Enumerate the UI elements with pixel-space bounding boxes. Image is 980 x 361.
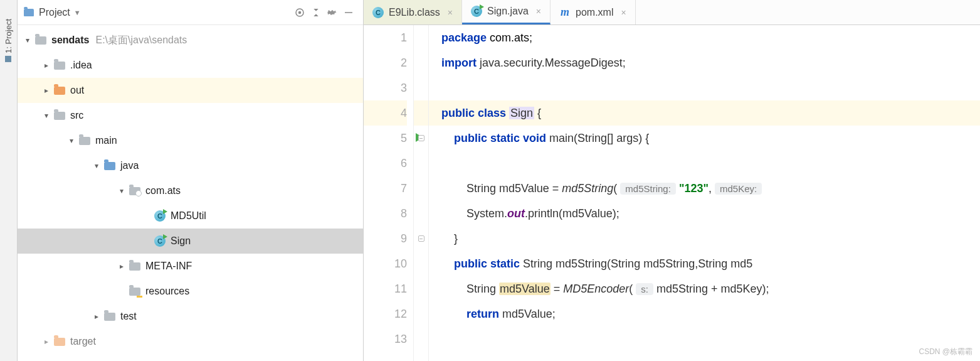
chevron-down-icon[interactable]: ▾ [65, 136, 78, 145]
line-number[interactable]: 12 [364, 301, 407, 326]
chevron-right-icon[interactable]: ▸ [40, 337, 53, 346]
tree-label: sendats [51, 35, 89, 46]
tree-item-out[interactable]: ▸ out [18, 78, 363, 103]
parameter-hint: md5String: [620, 183, 676, 195]
line-number[interactable]: 3 [364, 75, 407, 100]
tree-label: Sign [171, 235, 191, 247]
gear-icon[interactable] [324, 4, 340, 21]
tree-item-resources[interactable]: ▸ resources [18, 279, 363, 304]
line-number[interactable]: 8 [364, 201, 407, 226]
tab-label: pom.xml [576, 7, 613, 18]
tree-item-metainf[interactable]: ▸ META-INF [18, 254, 363, 279]
project-tool-window-button[interactable]: 1: Project [4, 19, 13, 62]
tree-label: main [95, 135, 117, 146]
parameter-hint: s: [636, 283, 653, 295]
line-number[interactable]: 9 [364, 226, 407, 251]
code-content[interactable]: package com.ats; import java.security.Me… [429, 25, 980, 361]
chevron-right-icon[interactable]: ▸ [115, 262, 128, 271]
package-icon [129, 187, 140, 195]
tree-label: MD5Util [171, 210, 206, 222]
folder-icon [129, 262, 140, 271]
chevron-down-icon[interactable]: ▼ [74, 9, 81, 16]
chevron-right-icon[interactable]: ▸ [40, 86, 53, 95]
excluded-folder-icon [54, 87, 65, 95]
tab-label: Sign.java [487, 6, 529, 17]
close-icon[interactable]: × [448, 8, 453, 18]
folder-icon [54, 62, 65, 70]
tree-label: com.ats [145, 185, 181, 197]
line-number[interactable]: 6 [364, 151, 407, 176]
line-number[interactable]: 10 [364, 251, 407, 276]
line-number[interactable]: 5 [364, 126, 407, 151]
project-panel-header: Project ▼ [18, 0, 363, 25]
tree-item-md5util[interactable]: ▸ C MD5Util [18, 203, 363, 229]
chevron-right-icon[interactable]: ▸ [90, 312, 103, 321]
project-stripe-icon [6, 56, 12, 62]
parameter-hint: md5Key: [715, 183, 762, 195]
line-number[interactable]: 2 [364, 50, 407, 75]
tree-root[interactable]: ▾ sendats E:\桌面\java\sendats [18, 28, 363, 53]
tree-label: out [70, 85, 84, 96]
editor-area: C E9Lib.class × C Sign.java × m pom.xml … [364, 0, 980, 361]
resources-folder-icon [129, 288, 140, 296]
module-folder-icon [35, 36, 46, 45]
tree-label: target [70, 336, 96, 347]
tree-item-package[interactable]: ▾ com.ats [18, 178, 363, 203]
tree-label: META-INF [145, 261, 192, 272]
folder-icon [104, 313, 115, 321]
expand-all-icon[interactable] [308, 4, 324, 21]
tree-item-sign[interactable]: ▸ C Sign [18, 229, 363, 254]
project-panel: Project ▼ ▾ sendats E:\桌面\java\sendats ▸… [18, 0, 364, 361]
chevron-down-icon[interactable]: ▾ [21, 36, 34, 45]
excluded-folder-icon [54, 338, 65, 346]
class-locked-icon: C [372, 7, 384, 18]
editor-tabs: C E9Lib.class × C Sign.java × m pom.xml … [364, 0, 980, 25]
line-number-gutter[interactable]: 1 2 3 4 5 6 7 8 9 10 11 12 13 [364, 25, 414, 361]
close-icon[interactable]: × [621, 8, 626, 18]
line-number[interactable]: 1 [364, 25, 407, 50]
locate-icon[interactable] [292, 4, 308, 21]
tree-item-target[interactable]: ▸ target [18, 329, 363, 354]
tab-e9lib[interactable]: C E9Lib.class × [364, 0, 462, 24]
line-number[interactable]: 13 [364, 326, 407, 352]
project-tree[interactable]: ▾ sendats E:\桌面\java\sendats ▸ .idea ▸ o… [18, 25, 363, 361]
tree-item-java[interactable]: ▾ java [18, 153, 363, 178]
svg-point-1 [299, 11, 301, 13]
chevron-down-icon[interactable]: ▾ [40, 111, 53, 120]
class-run-icon: C [471, 6, 482, 17]
tree-item-test[interactable]: ▸ test [18, 304, 363, 329]
chevron-down-icon[interactable]: ▾ [90, 161, 103, 170]
fold-toggle-icon[interactable]: – [418, 235, 424, 242]
watermark: CSDN @栋霸霸 [919, 347, 972, 357]
tree-item-src[interactable]: ▾ src [18, 103, 363, 128]
fold-toggle-icon[interactable]: – [418, 135, 424, 141]
tab-label: E9Lib.class [389, 7, 440, 18]
project-view-icon [24, 9, 34, 16]
tree-label: resources [145, 286, 189, 297]
tool-window-strip[interactable]: 1: Project [0, 0, 18, 361]
folder-icon [54, 112, 65, 120]
line-number[interactable]: 7 [364, 176, 407, 201]
line-number[interactable]: 4 [364, 100, 407, 126]
tree-label: src [70, 110, 83, 121]
class-run-icon: C [154, 210, 166, 222]
tree-item-idea[interactable]: ▸ .idea [18, 53, 363, 78]
hide-icon[interactable] [340, 4, 357, 21]
folder-icon [79, 137, 90, 145]
tree-label: .idea [70, 60, 92, 71]
fold-gutter[interactable]: – – [414, 25, 429, 361]
close-icon[interactable]: × [536, 6, 541, 16]
tree-item-main[interactable]: ▾ main [18, 128, 363, 153]
tree-label: test [120, 311, 137, 322]
tree-path: E:\桌面\java\sendats [95, 34, 187, 47]
tree-label: java [120, 160, 139, 171]
source-folder-icon [104, 162, 115, 170]
project-view-title[interactable]: Project [39, 7, 70, 18]
chevron-right-icon[interactable]: ▸ [40, 61, 53, 70]
project-stripe-label: 1: Project [4, 19, 13, 53]
chevron-down-icon[interactable]: ▾ [115, 186, 128, 195]
line-number[interactable]: 11 [364, 276, 407, 301]
tab-pom[interactable]: m pom.xml × [551, 0, 636, 24]
tab-sign[interactable]: C Sign.java × [462, 0, 551, 24]
code-editor[interactable]: 1 2 3 4 5 6 7 8 9 10 11 12 13 – – [364, 25, 980, 361]
